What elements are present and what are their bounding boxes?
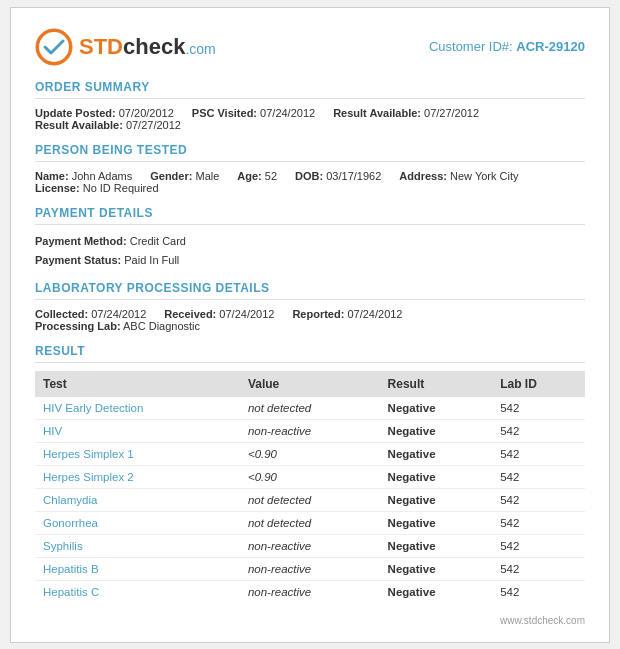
lab-reported: Reported: 07/24/2012 (292, 308, 402, 320)
person-section: PERSON BEING TESTED Name: John Adams Gen… (35, 143, 585, 194)
test-value: non-reactive (240, 580, 380, 603)
col-result: Result (380, 371, 493, 397)
result-table-header-row: Test Value Result Lab ID (35, 371, 585, 397)
logo-text: STDcheck.com (79, 34, 216, 60)
test-result: Negative (380, 557, 493, 580)
test-value: not detected (240, 488, 380, 511)
test-lab-id: 542 (492, 511, 585, 534)
payment-method: Payment Method: Credit Card (35, 233, 585, 250)
test-name[interactable]: Syphilis (35, 534, 240, 557)
test-name[interactable]: Gonorrhea (35, 511, 240, 534)
logo-icon (35, 28, 73, 66)
col-test: Test (35, 371, 240, 397)
person-fields: Name: John Adams Gender: Male Age: 52 DO… (35, 170, 585, 194)
order-psc-visited: PSC Visited: 07/24/2012 (192, 107, 315, 119)
result-section: RESULT Test Value Result Lab ID HIV Earl… (35, 344, 585, 603)
test-value: non-reactive (240, 534, 380, 557)
test-result: Negative (380, 534, 493, 557)
test-lab-id: 542 (492, 557, 585, 580)
lab-section: LABORATORY PROCESSING DETAILS Collected:… (35, 281, 585, 332)
test-value: <0.90 (240, 465, 380, 488)
lab-fields: Collected: 07/24/2012 Received: 07/24/20… (35, 308, 585, 332)
test-value: non-reactive (240, 419, 380, 442)
test-name[interactable]: Herpes Simplex 2 (35, 465, 240, 488)
order-update-posted: Update Posted: 07/20/2012 (35, 107, 174, 119)
test-result: Negative (380, 511, 493, 534)
payment-section: PAYMENT DETAILS Payment Method: Credit C… (35, 206, 585, 269)
test-result: Negative (380, 465, 493, 488)
test-name[interactable]: HIV (35, 419, 240, 442)
page-container: STDcheck.com Customer ID#: ACR-29120 ORD… (10, 7, 610, 643)
payment-status: Payment Status: Paid In Full (35, 252, 585, 269)
lab-processing-lab: Processing Lab: ABC Diagnostic (35, 320, 200, 332)
test-result: Negative (380, 397, 493, 420)
table-row: Herpes Simplex 1<0.90Negative542 (35, 442, 585, 465)
table-row: Syphilisnon-reactiveNegative542 (35, 534, 585, 557)
person-title: PERSON BEING TESTED (35, 143, 585, 162)
test-lab-id: 542 (492, 419, 585, 442)
test-result: Negative (380, 488, 493, 511)
test-lab-id: 542 (492, 488, 585, 511)
test-result: Negative (380, 580, 493, 603)
result-title: RESULT (35, 344, 585, 363)
header: STDcheck.com Customer ID#: ACR-29120 (35, 28, 585, 66)
order-summary-section: ORDER SUMMARY Update Posted: 07/20/2012 … (35, 80, 585, 131)
col-value: Value (240, 371, 380, 397)
person-name: Name: John Adams (35, 170, 132, 182)
payment-title: PAYMENT DETAILS (35, 206, 585, 225)
test-name[interactable]: Hepatitis B (35, 557, 240, 580)
test-result: Negative (380, 419, 493, 442)
customer-id: Customer ID#: ACR-29120 (429, 39, 585, 54)
test-lab-id: 542 (492, 397, 585, 420)
result-table: Test Value Result Lab ID HIV Early Detec… (35, 371, 585, 603)
person-address: Address: New York City (399, 170, 518, 182)
test-value: <0.90 (240, 442, 380, 465)
test-name[interactable]: Herpes Simplex 1 (35, 442, 240, 465)
footer-website: www.stdcheck.com (500, 615, 585, 626)
order-result-available-2: Result Available: 07/27/2012 (35, 119, 181, 131)
table-row: Chlamydianot detectedNegative542 (35, 488, 585, 511)
lab-title: LABORATORY PROCESSING DETAILS (35, 281, 585, 300)
order-summary-fields: Update Posted: 07/20/2012 PSC Visited: 0… (35, 107, 585, 131)
table-row: HIVnon-reactiveNegative542 (35, 419, 585, 442)
table-row: Hepatitis Cnon-reactiveNegative542 (35, 580, 585, 603)
person-age: Age: 52 (237, 170, 277, 182)
test-lab-id: 542 (492, 580, 585, 603)
test-value: non-reactive (240, 557, 380, 580)
person-dob: DOB: 03/17/1962 (295, 170, 381, 182)
table-row: HIV Early Detectionnot detectedNegative5… (35, 397, 585, 420)
table-row: Hepatitis Bnon-reactiveNegative542 (35, 557, 585, 580)
test-name[interactable]: Hepatitis C (35, 580, 240, 603)
test-name[interactable]: HIV Early Detection (35, 397, 240, 420)
lab-collected: Collected: 07/24/2012 (35, 308, 146, 320)
test-lab-id: 542 (492, 465, 585, 488)
test-name[interactable]: Chlamydia (35, 488, 240, 511)
footer: www.stdcheck.com (35, 615, 585, 626)
person-gender: Gender: Male (150, 170, 219, 182)
order-summary-title: ORDER SUMMARY (35, 80, 585, 99)
person-license: License: No ID Required (35, 182, 159, 194)
logo: STDcheck.com (35, 28, 216, 66)
test-value: not detected (240, 511, 380, 534)
test-lab-id: 542 (492, 534, 585, 557)
col-labid: Lab ID (492, 371, 585, 397)
lab-received: Received: 07/24/2012 (164, 308, 274, 320)
table-row: Gonorrheanot detectedNegative542 (35, 511, 585, 534)
test-value: not detected (240, 397, 380, 420)
table-row: Herpes Simplex 2<0.90Negative542 (35, 465, 585, 488)
test-result: Negative (380, 442, 493, 465)
test-lab-id: 542 (492, 442, 585, 465)
order-result-available-1: Result Available: 07/27/2012 (333, 107, 479, 119)
